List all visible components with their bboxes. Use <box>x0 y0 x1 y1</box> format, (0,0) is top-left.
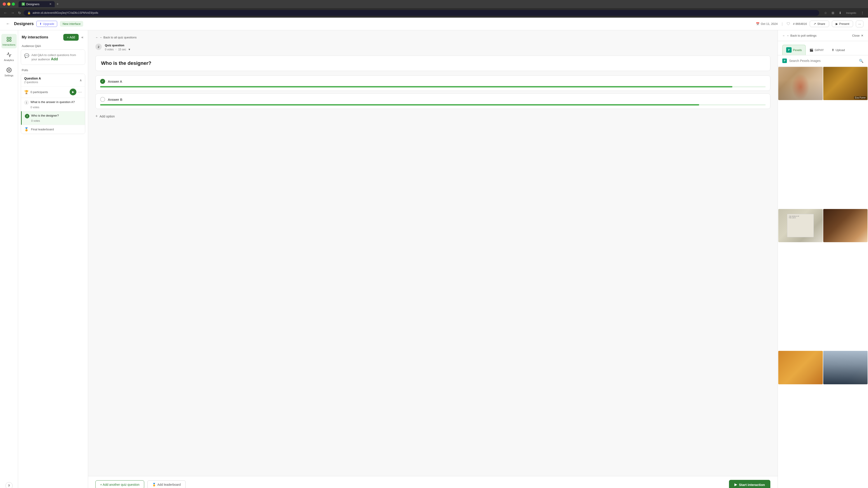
polls-section: Polls Question A 2 questions ∧ 🏆 0 parti… <box>18 68 88 134</box>
add-quiz-label: + Add another quiz question <box>100 483 140 486</box>
qa-add-link[interactable]: Add <box>51 57 58 61</box>
panel-header: My interactions + Add « <box>18 30 88 43</box>
collapse-panel-btn[interactable]: « <box>81 34 84 40</box>
browser-titlebar: S Designers ✕ + <box>0 0 868 8</box>
add-quiz-question-btn[interactable]: + Add another quiz question <box>95 480 144 488</box>
image-cell-5[interactable] <box>778 351 823 384</box>
sidebar-item-analytics[interactable]: Analytics <box>1 49 17 64</box>
address-bar[interactable]: 🔒 admin.sli.do/event/8Goq3eqYCVaD6c1SPMV… <box>24 10 819 16</box>
add-lb-label: Add leaderboard <box>157 483 181 486</box>
extensions-btn[interactable]: ⊞ <box>830 10 836 15</box>
tab-pexels[interactable]: P Pexels <box>782 45 806 55</box>
answer-label-b: Answer B <box>108 98 122 101</box>
present-btn[interactable]: ▶ Present <box>832 21 853 27</box>
add-interaction-btn[interactable]: + Add <box>63 34 79 41</box>
back-arrow-icon: ← <box>95 36 98 39</box>
share-btn[interactable]: ↗ Share <box>810 21 829 27</box>
tab-giphy[interactable]: 🎬 GIPHY <box>806 45 828 55</box>
answer-label-a: Answer A <box>108 79 122 84</box>
answer-option-a[interactable]: ✓ Answer A <box>95 75 770 91</box>
sidebar-item-interactions[interactable]: Interactions <box>1 34 17 48</box>
new-interface-btn[interactable]: New interface <box>60 21 83 27</box>
quiz-question-item-2[interactable]: 2 Who is the designer? 0 votes <box>21 111 85 125</box>
votes-count: 0 votes <box>105 48 114 51</box>
panel-title: My interactions <box>22 35 48 39</box>
answers-container: ✓ Answer A Answer B <box>95 75 770 121</box>
answer-option-b[interactable]: Answer B <box>95 94 770 109</box>
add-label: + Add <box>67 35 75 39</box>
image-cell-6[interactable] <box>823 351 868 384</box>
upgrade-label: Upgrade <box>43 22 54 26</box>
leaderboard-label: Final leaderboard <box>31 128 54 131</box>
more-options-btn[interactable]: ··· <box>856 21 864 27</box>
qg-subtitle: 2 questions <box>24 80 41 84</box>
new-interface-label: New interface <box>63 22 81 26</box>
audience-qa-section: 💬 Add Q&A to collect questions from your… <box>21 50 85 65</box>
share-icon: ↗ <box>813 22 816 26</box>
back-poll-arrow: ← <box>782 34 785 37</box>
back-link-text: ← Back to all quiz questions <box>100 36 136 39</box>
tab-close-btn[interactable]: ✕ <box>49 2 52 6</box>
answer-check-a: ✓ <box>100 79 105 84</box>
question-group-header[interactable]: Question A 2 questions ∧ <box>21 74 85 87</box>
timer-dropdown-btn[interactable]: ▼ <box>128 48 131 51</box>
address-bar-row: ← → ↻ 🔒 admin.sli.do/event/8Goq3eqYCVaD6… <box>0 8 868 18</box>
participant-row: 🏆 0 participants ▶ ⋯ <box>21 87 85 98</box>
back-to-quiz-link[interactable]: ← ← Back to all quiz questions <box>95 36 770 39</box>
sidebar-item-settings[interactable]: Settings <box>1 65 17 79</box>
pexels-logo-icon: P <box>786 47 792 53</box>
menu-btn[interactable]: ⋮ <box>860 10 865 15</box>
app-title: Designers <box>14 22 34 26</box>
image-cell-4[interactable] <box>823 209 868 242</box>
giphy-icon: 🎬 <box>809 48 813 52</box>
tab-title: Designers <box>26 2 39 6</box>
download-btn[interactable]: ⬇ <box>837 10 843 15</box>
app-back-btn[interactable]: ← <box>4 20 11 28</box>
upgrade-btn[interactable]: ⬆ Upgrade <box>36 21 57 27</box>
sidebar-analytics-label: Analytics <box>4 59 14 61</box>
share-label: Share <box>817 22 825 26</box>
images-grid: Eva Purrer THE WORLD OFTHE LEICA <box>778 66 868 488</box>
back-nav-btn[interactable]: ← <box>3 10 8 16</box>
image-cell-2[interactable]: Eva Purrer <box>823 67 868 100</box>
close-label: Close <box>852 34 860 37</box>
quiz-question-item-1[interactable]: 1 What is the answer in question A? 0 vo… <box>21 98 85 111</box>
start-interaction-btn[interactable]: ▶ Start interaction <box>729 480 770 488</box>
present-icon: ▶ <box>836 22 838 26</box>
close-panel-btn[interactable]: Close ✕ <box>852 34 864 37</box>
back-to-poll-btn[interactable]: ← ← Back to poll settings <box>782 34 816 37</box>
start-label: Start interaction <box>739 483 765 487</box>
add-option-btn[interactable]: + Add option <box>95 111 770 121</box>
window-controls <box>3 2 15 6</box>
new-tab-btn[interactable]: + <box>55 1 60 7</box>
question-title-1: What is the answer in question A? <box>31 100 75 104</box>
panel-header-actions: + Add « <box>63 34 84 41</box>
image-cell-1[interactable] <box>778 67 823 100</box>
window-min-btn[interactable] <box>7 2 10 6</box>
image-cell-3[interactable]: THE WORLD OFTHE LEICA <box>778 209 823 242</box>
bookmark-btn[interactable]: ☆ <box>823 10 829 15</box>
window-close-btn[interactable] <box>3 2 6 6</box>
active-tab[interactable]: S Designers ✕ <box>19 1 55 7</box>
image-credit-2: Eva Purrer <box>854 96 867 99</box>
bottom-actions: + Add another quiz question 🏅 Add leader… <box>88 476 778 488</box>
main-content: ← ← Back to all quiz questions 2 Quiz qu… <box>88 30 778 488</box>
group-more-btn[interactable]: ⋯ <box>78 90 82 94</box>
search-icon[interactable]: 🔍 <box>859 59 864 63</box>
answer-bar-b <box>100 104 766 105</box>
play-group-btn[interactable]: ▶ <box>70 89 76 95</box>
reload-btn[interactable]: ↻ <box>17 10 22 16</box>
answer-check-b <box>100 97 105 102</box>
event-date: 📅 Oct 11, 2024 <box>756 22 778 26</box>
app-header: ← Designers ⬆ Upgrade New interface 📅 Oc… <box>0 18 868 30</box>
help-btn[interactable]: ? <box>5 482 13 488</box>
forward-nav-btn[interactable]: → <box>10 10 16 16</box>
answer-bar-a <box>100 86 766 88</box>
tab-upload-label: Upload <box>836 48 845 52</box>
add-option-plus-icon: + <box>95 114 98 119</box>
final-leaderboard-item[interactable]: 🏅 Final leaderboard <box>21 125 85 134</box>
answer-bar-fill-b <box>100 104 699 105</box>
window-max-btn[interactable] <box>12 2 15 6</box>
tab-upload[interactable]: ⬆ Upload <box>828 45 849 55</box>
add-leaderboard-btn[interactable]: 🏅 Add leaderboard <box>147 480 186 488</box>
